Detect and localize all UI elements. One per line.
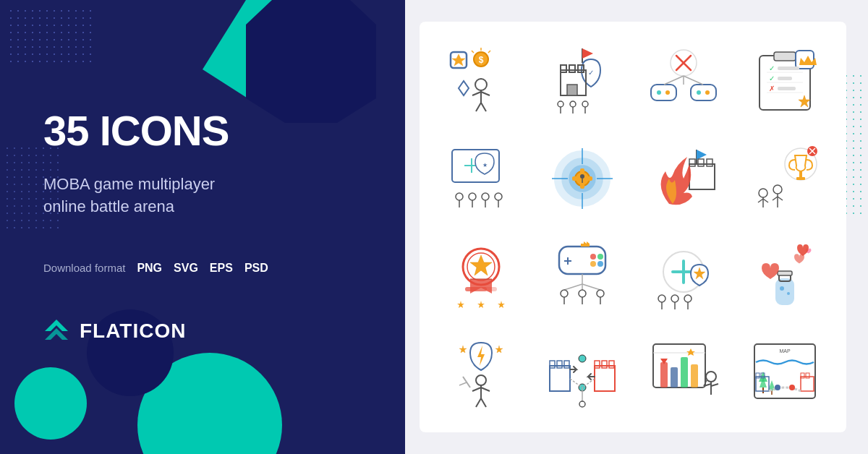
svg-point-28 <box>582 101 588 107</box>
icon-cell-16: MAP <box>738 328 832 419</box>
svg-rect-161 <box>602 361 607 368</box>
svg-text:MAP: MAP <box>779 348 791 354</box>
icon-grid-panel: $ ✓ <box>420 22 846 432</box>
icon-cell-7 <box>637 134 731 224</box>
svg-marker-3 <box>452 54 465 66</box>
svg-point-143 <box>787 292 790 295</box>
icon-cell-2: ✓ <box>535 36 629 127</box>
svg-point-125 <box>597 290 604 297</box>
format-eps[interactable]: EPS <box>210 262 233 275</box>
flaticon-logo <box>43 318 69 344</box>
icon-cell-11 <box>637 231 731 321</box>
svg-text:✓: ✓ <box>769 64 775 72</box>
left-content-area: 35 ICONS MOBA game multiplayer online ba… <box>0 0 401 454</box>
flaticon-logo-svg <box>43 318 69 344</box>
svg-rect-191 <box>801 377 814 391</box>
svg-rect-51 <box>778 77 792 80</box>
svg-line-151 <box>463 377 470 387</box>
svg-point-123 <box>561 290 568 297</box>
svg-rect-156 <box>550 361 555 368</box>
svg-point-135 <box>671 295 678 302</box>
svg-line-149 <box>472 387 481 391</box>
svg-marker-108 <box>498 301 505 308</box>
svg-rect-36 <box>691 85 716 100</box>
svg-point-7 <box>475 79 487 90</box>
svg-marker-118 <box>581 241 590 247</box>
svg-line-12 <box>481 103 486 111</box>
svg-rect-173 <box>681 357 688 387</box>
svg-line-165 <box>570 379 582 387</box>
svg-rect-84 <box>689 164 715 189</box>
format-svg[interactable]: SVG <box>174 262 198 275</box>
svg-point-117 <box>597 261 603 267</box>
svg-point-64 <box>482 193 489 200</box>
icon-cell-1: $ <box>434 36 528 127</box>
icon-cell-14 <box>535 328 629 419</box>
svg-rect-74 <box>572 176 578 181</box>
svg-line-153 <box>476 398 481 407</box>
svg-line-14 <box>488 51 490 53</box>
svg-text:$: $ <box>479 55 484 65</box>
svg-point-147 <box>476 375 486 385</box>
svg-point-94 <box>759 189 767 197</box>
subtitle: MOBA game multiplayer online battle aren… <box>43 174 365 218</box>
svg-point-195 <box>789 385 795 390</box>
svg-point-115 <box>597 254 603 260</box>
format-psd[interactable]: PSD <box>244 262 268 275</box>
subtitle-line1: MOBA game multiplayer <box>43 175 215 193</box>
svg-rect-139 <box>776 279 793 304</box>
svg-line-122 <box>582 284 600 290</box>
download-label: Download format <box>43 262 125 274</box>
icon-cell-4: ✓ ✓ ✗ <box>738 36 832 127</box>
svg-point-137 <box>684 295 692 302</box>
svg-rect-44 <box>796 51 814 69</box>
svg-rect-48 <box>778 67 799 70</box>
svg-marker-106 <box>457 301 464 308</box>
svg-text:✓: ✓ <box>769 74 775 82</box>
svg-rect-54 <box>778 87 796 90</box>
svg-line-10 <box>481 92 490 95</box>
svg-line-40 <box>684 76 703 85</box>
svg-rect-158 <box>564 361 569 368</box>
format-png[interactable]: PNG <box>137 262 162 275</box>
svg-rect-90 <box>796 177 805 180</box>
svg-point-62 <box>469 193 476 200</box>
svg-marker-6 <box>459 81 469 95</box>
svg-rect-72 <box>580 168 584 174</box>
icon-cell-8 <box>738 134 832 224</box>
svg-rect-33 <box>651 85 676 100</box>
svg-point-116 <box>590 261 596 267</box>
svg-marker-176 <box>686 348 695 356</box>
svg-point-98 <box>773 185 782 194</box>
svg-line-150 <box>481 387 490 391</box>
svg-rect-162 <box>609 361 614 368</box>
svg-line-181 <box>711 384 718 386</box>
svg-point-177 <box>706 372 716 382</box>
svg-rect-21 <box>569 65 575 72</box>
icon-cell-9 <box>434 231 528 321</box>
svg-marker-107 <box>477 301 485 308</box>
svg-point-66 <box>495 193 502 200</box>
svg-line-120 <box>564 284 582 290</box>
icon-cell-12 <box>738 231 832 321</box>
icon-cell-13 <box>434 328 528 419</box>
download-format-row: Download format PNG SVG EPS PSD <box>43 262 365 275</box>
svg-point-142 <box>780 286 784 291</box>
icon-cell-6 <box>535 134 629 224</box>
svg-line-11 <box>476 103 481 111</box>
svg-marker-17 <box>582 48 593 59</box>
svg-rect-43 <box>774 52 796 61</box>
svg-line-15 <box>472 51 474 53</box>
svg-line-39 <box>664 76 684 85</box>
svg-rect-89 <box>799 171 802 177</box>
svg-point-35 <box>665 90 670 95</box>
svg-text:✓: ✓ <box>588 69 594 77</box>
svg-marker-145 <box>459 346 467 353</box>
svg-rect-75 <box>587 176 592 181</box>
icon-cell-10 <box>535 231 629 321</box>
svg-point-163 <box>579 355 586 362</box>
svg-rect-86 <box>698 159 704 166</box>
svg-point-37 <box>697 90 701 95</box>
svg-rect-159 <box>595 366 615 391</box>
svg-rect-155 <box>550 366 570 391</box>
